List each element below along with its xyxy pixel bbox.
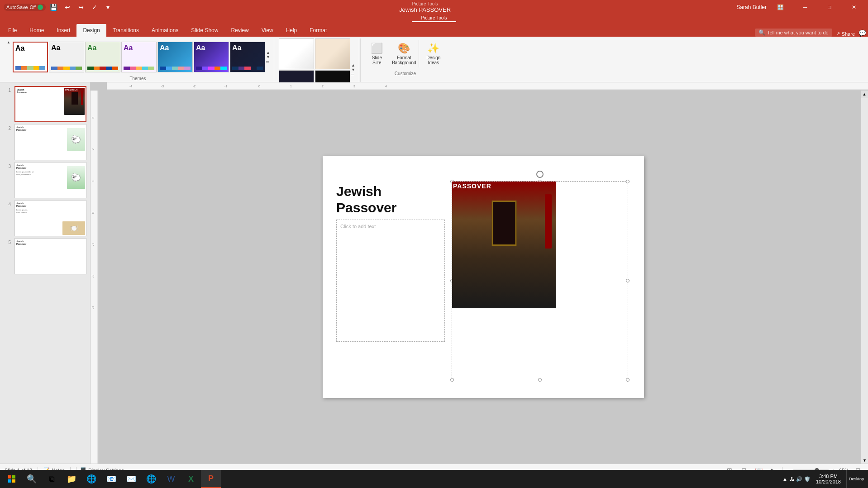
slide-canvas[interactable]: Jewish Passover Click to add text bbox=[323, 156, 644, 398]
task-view-btn[interactable]: ⧉ bbox=[42, 470, 62, 488]
comments-icon[interactable]: 💬 bbox=[858, 29, 866, 37]
word-btn[interactable]: W bbox=[161, 470, 181, 488]
taskbar-chevron-icon[interactable]: ▲ bbox=[782, 476, 787, 482]
customize-btn[interactable]: ▾ bbox=[103, 2, 114, 13]
rotate-handle[interactable] bbox=[536, 171, 544, 178]
tab-review[interactable]: Review bbox=[224, 24, 255, 37]
slide-num-5: 5 bbox=[4, 238, 11, 245]
handle-bc[interactable] bbox=[538, 378, 542, 382]
speaker-icon[interactable]: 🔊 bbox=[796, 476, 802, 482]
thumb5-title: JewishPassover bbox=[16, 240, 26, 245]
antivirus-icon[interactable]: 🛡️ bbox=[804, 476, 811, 482]
window-icon-btn[interactable]: 🪟 bbox=[770, 0, 791, 14]
svg-rect-20 bbox=[8, 475, 11, 478]
chrome-btn[interactable]: 🌐 bbox=[81, 470, 101, 488]
save-btn[interactable]: 💾 bbox=[48, 2, 59, 13]
svg-text:4: 4 bbox=[385, 85, 387, 88]
tab-help[interactable]: Help bbox=[280, 24, 304, 37]
network-icon[interactable]: 🖧 bbox=[789, 476, 794, 482]
tab-slideshow[interactable]: Slide Show bbox=[185, 24, 224, 37]
tab-view[interactable]: View bbox=[255, 24, 280, 37]
powerpoint-btn[interactable]: P bbox=[201, 470, 221, 488]
themes-scroll-up[interactable]: ▲ bbox=[5, 40, 12, 44]
theme-office[interactable]: Aa bbox=[13, 42, 48, 72]
outlook-btn[interactable]: 📧 bbox=[101, 470, 121, 488]
theme-3[interactable]: Aa bbox=[85, 42, 120, 72]
close-btn[interactable]: ✕ bbox=[844, 0, 864, 14]
slide-thumb-4[interactable]: 4 JewishPassover Lorem ipsum...dolor sit… bbox=[4, 200, 86, 236]
variants-arrow-up[interactable]: ▲ bbox=[351, 63, 355, 67]
handle-br[interactable] bbox=[626, 378, 630, 382]
variants-arrow-down[interactable]: ▼ bbox=[351, 67, 355, 72]
mail-btn[interactable]: ✉️ bbox=[121, 470, 141, 488]
redo-btn[interactable]: ↪ bbox=[76, 2, 86, 13]
theme-aa-1: Aa bbox=[15, 44, 24, 53]
theme-5[interactable]: Aa bbox=[157, 42, 193, 72]
theme-bars-1 bbox=[15, 66, 45, 70]
theme-aa-2: Aa bbox=[51, 44, 60, 52]
customize-label: Customize bbox=[395, 70, 416, 77]
tab-animations[interactable]: Animations bbox=[145, 24, 185, 37]
variant-2[interactable] bbox=[315, 38, 350, 69]
svg-rect-22 bbox=[8, 479, 11, 483]
slide-img-4: JewishPassover Lorem ipsum...dolor sit a… bbox=[14, 200, 86, 236]
theme-4[interactable]: Aa bbox=[121, 42, 157, 72]
autosave-toggle[interactable]: AutoSave Off bbox=[4, 4, 46, 11]
search-taskbar-btn[interactable]: 🔍 bbox=[22, 470, 42, 488]
tab-insert[interactable]: Insert bbox=[50, 24, 76, 37]
theme-7[interactable]: Aa bbox=[230, 42, 265, 72]
taskbar-clock[interactable]: 3:48 PM 10/20/2018 bbox=[812, 474, 844, 484]
show-desktop-btn[interactable]: Desktop bbox=[846, 470, 866, 488]
variants-arrow-more[interactable]: ═ bbox=[351, 72, 355, 77]
themes-arrow-down[interactable]: ▼ bbox=[266, 55, 270, 59]
tab-file[interactable]: File bbox=[2, 24, 23, 37]
slide-thumb-5[interactable]: 5 JewishPassover bbox=[4, 238, 86, 274]
picture-container[interactable]: PASSOVER bbox=[452, 181, 628, 380]
slide-num-4: 4 bbox=[4, 200, 11, 207]
divider bbox=[419, 40, 419, 67]
search-placeholder[interactable]: Tell me what you want to do bbox=[767, 30, 829, 35]
edge-btn[interactable]: 🌐 bbox=[141, 470, 161, 488]
thumb4-title: JewishPassover bbox=[16, 202, 26, 207]
scroll-right-down[interactable]: ▼ bbox=[862, 457, 868, 464]
start-btn[interactable] bbox=[2, 470, 22, 488]
picture-tools-ribbon-label: Picture Tools bbox=[412, 15, 456, 22]
tab-transitions[interactable]: Transitions bbox=[106, 24, 145, 37]
variant-1[interactable] bbox=[279, 38, 314, 69]
theme-bars-7 bbox=[232, 67, 263, 70]
undo-btn[interactable]: ↩ bbox=[62, 2, 73, 13]
handle-tr[interactable] bbox=[626, 180, 630, 183]
tab-format[interactable]: Format bbox=[303, 24, 333, 37]
slide-size-btn[interactable]: ⬜ Slide Size bbox=[364, 38, 390, 69]
windows-icon bbox=[8, 475, 15, 483]
file-explorer-btn[interactable]: 📁 bbox=[62, 470, 81, 488]
share-icon: ↗ bbox=[836, 31, 840, 37]
search-icon: 🔍 bbox=[758, 29, 765, 36]
handle-bl[interactable] bbox=[450, 378, 454, 382]
maximize-btn[interactable]: □ bbox=[819, 0, 840, 14]
design-ideas-btn[interactable]: ✨ Design Ideas bbox=[421, 38, 446, 69]
tab-home[interactable]: Home bbox=[23, 24, 50, 37]
slide-text-placeholder: Click to add text bbox=[340, 224, 376, 229]
picture-tools-label: Picture Tools bbox=[412, 1, 438, 6]
slide-thumb-1[interactable]: 1 JewishPassover PASSOVER bbox=[4, 86, 86, 122]
themes-arrow-up[interactable]: ▲ bbox=[266, 50, 270, 55]
slide-thumb-3[interactable]: 3 JewishPassover Lorem ipsum dolor sitam… bbox=[4, 162, 86, 198]
theme-6[interactable]: Aa bbox=[194, 42, 229, 72]
passover-blood bbox=[545, 194, 552, 249]
format-bg-btn[interactable]: 🎨 Format Background bbox=[391, 38, 417, 69]
themes-arrow-more[interactable]: ═ bbox=[266, 59, 270, 64]
handle-mr[interactable] bbox=[626, 279, 630, 282]
share-btn[interactable]: ↗ Share bbox=[836, 31, 855, 37]
slide-thumb-2[interactable]: 2 JewishPassover 🐑 bbox=[4, 124, 86, 160]
excel-btn[interactable]: X bbox=[181, 470, 201, 488]
tab-design[interactable]: Design bbox=[76, 24, 106, 37]
slide-text-box[interactable]: Click to add text bbox=[336, 220, 445, 342]
slide-img-5: JewishPassover bbox=[14, 238, 86, 274]
minimize-btn[interactable]: ─ bbox=[795, 0, 816, 14]
passover-img-title: PASSOVER bbox=[453, 182, 491, 190]
check-btn[interactable]: ✓ bbox=[89, 2, 100, 13]
scroll-up-arrow[interactable]: ▲ bbox=[861, 91, 868, 98]
title-bar-center: Picture Tools Jewish PASSOVER bbox=[399, 1, 451, 13]
theme-2[interactable]: Aa bbox=[49, 42, 84, 72]
